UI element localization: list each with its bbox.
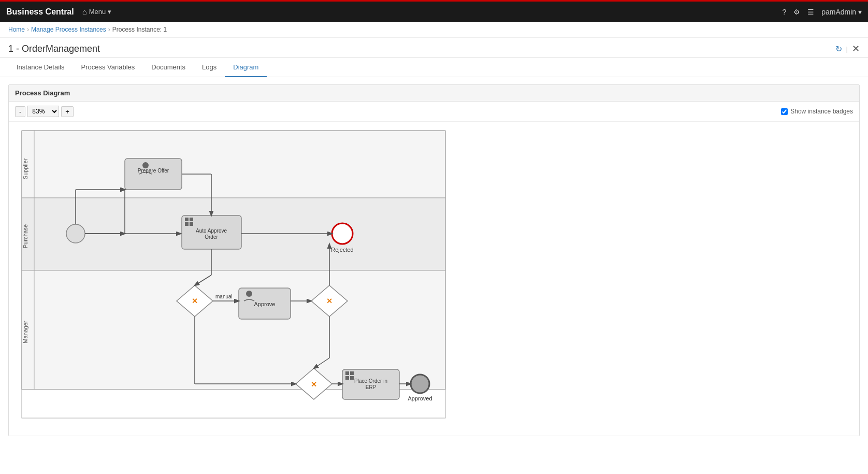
- svg-text:Rejected: Rejected: [331, 247, 353, 253]
- svg-point-25: [332, 223, 353, 244]
- tab-diagram[interactable]: Diagram: [225, 58, 267, 77]
- zoom-select[interactable]: 83% 50% 75% 100%: [27, 106, 59, 117]
- brand-logo: Business Central: [6, 7, 74, 17]
- svg-text:Supplier: Supplier: [22, 158, 28, 179]
- svg-rect-38: [345, 371, 349, 375]
- diagram-header: Process Diagram: [9, 85, 859, 102]
- breadcrumb: Home › Manage Process Instances › Proces…: [0, 22, 868, 38]
- svg-rect-21: [185, 222, 189, 226]
- svg-text:Prepare Offer: Prepare Offer: [138, 168, 169, 174]
- page-title: 1 - OrderManagement: [8, 44, 100, 54]
- page-header: 1 - OrderManagement ↻ | ✕: [0, 38, 868, 58]
- svg-point-31: [246, 291, 252, 297]
- svg-rect-39: [350, 371, 354, 375]
- svg-point-11: [66, 224, 85, 243]
- svg-rect-19: [185, 218, 189, 221]
- svg-rect-22: [190, 222, 193, 226]
- menu-button[interactable]: Menu ▾: [89, 8, 111, 16]
- breadcrumb-home[interactable]: Home: [8, 26, 25, 33]
- svg-rect-41: [350, 376, 354, 380]
- svg-text:Approve: Approve: [254, 301, 276, 307]
- svg-text:Purchase: Purchase: [22, 224, 28, 248]
- svg-rect-40: [345, 376, 349, 380]
- svg-text:Order: Order: [205, 234, 218, 240]
- header-actions: ↻ | ✕: [835, 43, 860, 54]
- svg-text:✕: ✕: [326, 297, 332, 305]
- diagram-toolbar: - 83% 50% 75% 100% + Show instance badge…: [9, 102, 859, 122]
- diagram-section: Process Diagram - 83% 50% 75% 100% + Sho…: [8, 84, 860, 436]
- svg-text:✕: ✕: [311, 380, 317, 389]
- svg-text:manual: manual: [215, 294, 233, 299]
- svg-text:ERP: ERP: [366, 384, 377, 390]
- breadcrumb-sep1: ›: [27, 26, 29, 33]
- svg-text:Manager: Manager: [22, 321, 28, 343]
- tabs-bar: Instance Details Process Variables Docum…: [0, 58, 868, 77]
- breadcrumb-manage[interactable]: Manage Process Instances: [31, 26, 106, 33]
- zoom-plus-button[interactable]: +: [61, 106, 74, 117]
- svg-point-44: [411, 375, 429, 393]
- notifications-icon[interactable]: ☰: [807, 8, 814, 16]
- divider: |: [846, 45, 848, 53]
- svg-text:Place Order in: Place Order in: [354, 378, 387, 384]
- svg-rect-20: [190, 218, 193, 221]
- bpmn-diagram: Supplier Purchase Manager Prepare Offer: [21, 130, 446, 420]
- breadcrumb-current: Process Instance: 1: [112, 26, 167, 33]
- home-icon[interactable]: ⌂: [82, 7, 87, 16]
- show-badges-label: Show instance badges: [790, 108, 853, 115]
- svg-rect-12: [125, 159, 182, 190]
- navbar: Business Central ⌂ Menu ▾ ? ⚙ ☰ pamAdmin…: [0, 0, 868, 22]
- svg-text:Auto Approve: Auto Approve: [196, 228, 227, 234]
- settings-icon[interactable]: ⚙: [793, 8, 800, 16]
- svg-text:✕: ✕: [192, 297, 198, 305]
- tab-process-variables[interactable]: Process Variables: [73, 58, 143, 77]
- diagram-canvas: Supplier Purchase Manager Prepare Offer: [9, 122, 859, 436]
- show-badges-checkbox[interactable]: [781, 108, 788, 115]
- help-icon[interactable]: ?: [782, 8, 786, 16]
- breadcrumb-sep2: ›: [108, 26, 110, 33]
- tab-documents[interactable]: Documents: [143, 58, 194, 77]
- show-badges-control[interactable]: Show instance badges: [781, 108, 853, 115]
- user-menu[interactable]: pamAdmin ▾: [821, 8, 862, 16]
- tab-logs[interactable]: Logs: [194, 58, 225, 77]
- zoom-minus-button[interactable]: -: [15, 106, 25, 117]
- svg-rect-1: [22, 131, 445, 198]
- close-icon[interactable]: ✕: [852, 43, 860, 54]
- navbar-right: ? ⚙ ☰ pamAdmin ▾: [782, 8, 862, 16]
- svg-text:Approved: Approved: [408, 395, 432, 401]
- tab-instance-details[interactable]: Instance Details: [8, 58, 73, 77]
- refresh-icon[interactable]: ↻: [835, 44, 842, 54]
